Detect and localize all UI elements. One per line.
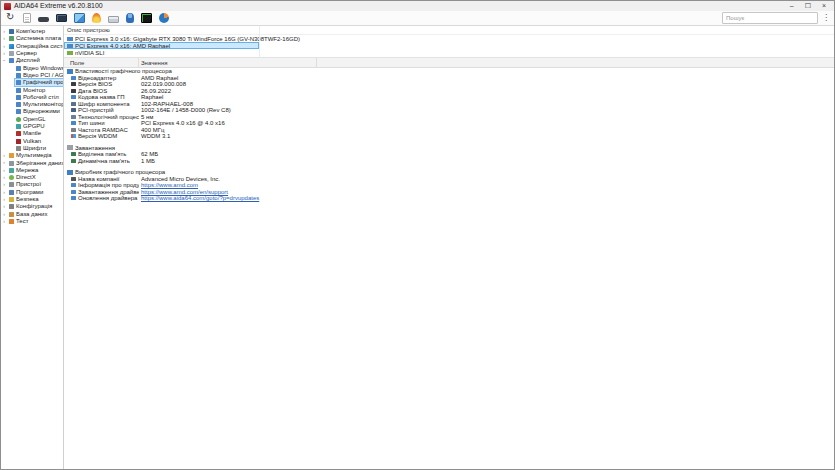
device-item-rtx-3080ti[interactable]: PCI Express 3.0 x16: Gigabyte RTX 3080 T…: [64, 35, 259, 42]
field-value-link[interactable]: https://www.amd.com: [139, 182, 198, 188]
field-value: 400 МГц: [139, 127, 164, 133]
chevron-right-icon[interactable]: ›: [1, 28, 7, 35]
field-value: 102-RAPHAEL-008: [139, 101, 193, 107]
section-title: Властивості графічного процесора: [75, 68, 172, 74]
field-label-cell: Назва компанії: [64, 176, 139, 182]
window-title: AIDA64 Extreme v6.20.8100: [14, 1, 103, 11]
overflow-menu-icon[interactable]: ⋮: [822, 13, 830, 23]
field-label: Інформація про продукт: [78, 182, 139, 188]
field-label-cell: Виділена пам'ять: [64, 151, 139, 157]
refresh-icon[interactable]: [5, 13, 16, 23]
field-value: AMD Raphael: [139, 75, 178, 81]
minimize-button[interactable]: –: [790, 1, 794, 11]
gpu-icon: [67, 44, 73, 48]
field-value: 26.09.2022: [139, 88, 171, 94]
device-list-header[interactable]: Опис пристрою: [64, 27, 834, 35]
toolbar-icons: [5, 13, 169, 23]
chevron-right-icon[interactable]: ›: [1, 210, 7, 217]
video-windows-icon: [16, 66, 21, 71]
chevron-right-icon[interactable]: ›: [1, 159, 7, 166]
sidebar-item-label: Тест: [16, 218, 28, 225]
benchmark-icon: [9, 219, 14, 224]
printer-icon[interactable]: [108, 16, 119, 23]
network-icon: [9, 168, 14, 173]
opengl-icon: [16, 117, 21, 122]
video-capture-icon[interactable]: [38, 17, 49, 22]
gpu-section-icon: [67, 69, 73, 74]
gpu-icon: [16, 80, 21, 85]
monitor-icon: [16, 88, 21, 93]
vulkan-icon: [16, 139, 21, 144]
chevron-right-icon[interactable]: ›: [1, 35, 7, 42]
field-label: Дата BIOS: [78, 88, 107, 94]
field-value-link[interactable]: https://www.amd.com/en/support: [139, 189, 228, 195]
os-icon: [9, 44, 14, 49]
device-item-amd-raphael[interactable]: PCI Express 4.0 x16: AMD Raphael: [64, 42, 259, 49]
vendor-section-icon: [67, 170, 73, 175]
device-item-label: PCI Express 3.0 x16: Gigabyte RTX 3080 T…: [75, 36, 300, 42]
monitor-display-icon[interactable]: [56, 14, 67, 22]
multimedia-icon: [9, 153, 14, 158]
mantle-icon: [16, 131, 21, 136]
column-header-value[interactable]: Значення: [139, 58, 317, 67]
column-header-field[interactable]: Поле: [64, 58, 139, 67]
field-value: 1002-164E / 1458-D000 (Rev C8): [139, 107, 231, 113]
main-panel: Опис пристрою PCI Express 3.0 x16: Gigab…: [64, 26, 834, 470]
company-icon: [71, 177, 76, 181]
desktop-icon: [16, 95, 21, 100]
title-bar: AIDA64 Extreme v6.20.8100 – ☐ ×: [1, 1, 834, 11]
sensor-panel-icon[interactable]: [141, 13, 152, 23]
field-value: 022.019.000.008: [139, 81, 186, 87]
stability-test-icon[interactable]: [92, 13, 101, 23]
close-button[interactable]: ×: [822, 1, 826, 11]
field-label-cell: Версія WDDM: [64, 133, 139, 139]
web-icon[interactable]: [159, 13, 169, 23]
field-label-cell: Частота RAMDAC: [64, 127, 139, 133]
gpgpu-icon: [16, 124, 21, 129]
field-label: Тип шини: [78, 120, 105, 126]
windows-cascade-icon[interactable]: [74, 13, 85, 23]
sidebar-item-benchmark[interactable]: Тест: [7, 217, 31, 226]
chevron-right-icon[interactable]: ›: [1, 42, 7, 49]
chip-icon: [71, 102, 76, 106]
field-label: Частота RAMDAC: [78, 127, 128, 133]
field-label: Відеоадаптер: [78, 75, 116, 81]
chevron-right-icon[interactable]: ›: [1, 174, 7, 181]
field-label-cell: Технологічний процес: [64, 114, 139, 120]
maximize-button[interactable]: ☐: [805, 1, 811, 11]
chevron-right-icon[interactable]: ›: [1, 203, 7, 210]
sidebar-row-benchmark: ›Тест: [1, 218, 63, 225]
video-pci-icon: [16, 73, 21, 78]
field-label-cell: Тип шини: [64, 120, 139, 126]
device-item-nvidia-sli[interactable]: nVIDIA SLI: [64, 49, 259, 56]
field-row-driver-update[interactable]: Оновлення драйвераhttps://www.aida64.com…: [64, 195, 834, 202]
details-column-header: Поле Значення: [64, 58, 834, 68]
chevron-right-icon[interactable]: ›: [1, 188, 7, 195]
chevron-right-icon[interactable]: ›: [1, 195, 7, 202]
chevron-down-icon[interactable]: ›: [1, 58, 8, 64]
chevron-right-icon[interactable]: ›: [1, 166, 7, 173]
chevron-right-icon[interactable]: ›: [1, 50, 7, 57]
device-list-panel: Опис пристрою PCI Express 3.0 x16: Gigab…: [64, 26, 834, 58]
field-value-link[interactable]: https://www.aida64.com/goto/?p=drvupdate…: [139, 195, 259, 201]
device-item-label: nVIDIA SLI: [75, 50, 104, 56]
search-input[interactable]: [722, 12, 818, 24]
field-label: Версія WDDM: [78, 133, 117, 139]
server-icon: [9, 51, 14, 56]
sli-icon: [67, 51, 73, 55]
field-label: Назва компанії: [78, 176, 120, 182]
chevron-right-icon[interactable]: ›: [1, 152, 7, 159]
window-controls: – ☐ ×: [790, 1, 831, 11]
report-icon[interactable]: [23, 13, 31, 23]
field-label-cell: Інформація про продукт: [64, 182, 139, 188]
field-label: Виділена пам'ять: [78, 151, 126, 157]
chevron-right-icon[interactable]: ›: [1, 217, 7, 224]
bus-icon: [71, 190, 76, 194]
field-value: Raphael: [139, 94, 163, 100]
sidebar-tree: ›Комп'ютер›Системна плата›Операційна сис…: [1, 26, 64, 470]
display-icon: [9, 58, 14, 63]
bus-icon: [71, 121, 76, 125]
user-icon[interactable]: [126, 13, 134, 23]
field-value: PCI Express 4.0 x16 @ 4.0 x16: [139, 120, 225, 126]
chevron-right-icon[interactable]: ›: [1, 181, 7, 188]
